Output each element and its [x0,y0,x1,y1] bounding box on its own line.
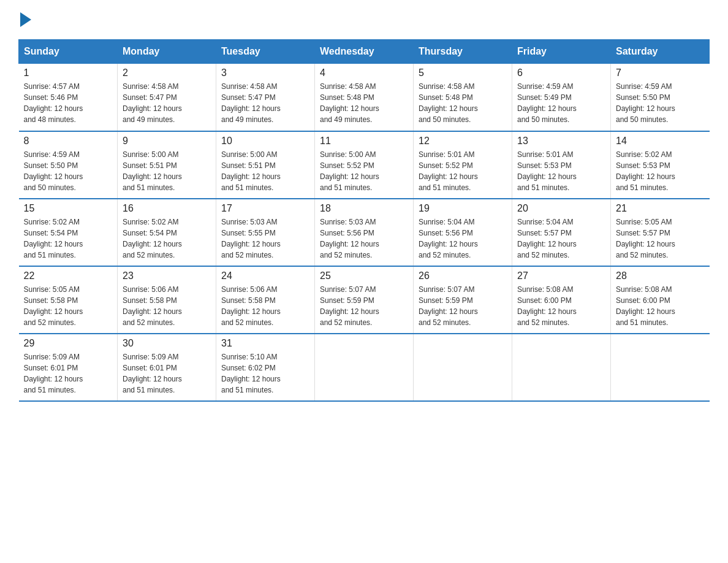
day-info: Sunrise: 5:00 AM Sunset: 5:51 PM Dayligh… [123,149,211,193]
day-number: 15 [24,203,113,214]
day-info: Sunrise: 5:08 AM Sunset: 6:00 PM Dayligh… [616,284,705,328]
calendar-cell: 29 Sunrise: 5:09 AM Sunset: 6:01 PM Dayl… [19,334,118,401]
calendar-cell: 5 Sunrise: 4:58 AM Sunset: 5:48 PM Dayli… [414,64,512,131]
day-number: 24 [221,270,309,282]
day-info: Sunrise: 5:05 AM Sunset: 5:58 PM Dayligh… [24,284,113,328]
header-monday: Monday [118,40,216,64]
logo [18,12,33,27]
logo-triangle-icon [20,12,31,27]
day-number: 29 [24,338,113,349]
calendar-cell [611,334,710,401]
day-info: Sunrise: 5:02 AM Sunset: 5:54 PM Dayligh… [24,216,113,261]
day-info: Sunrise: 5:01 AM Sunset: 5:53 PM Dayligh… [517,149,605,193]
calendar-cell: 19 Sunrise: 5:04 AM Sunset: 5:56 PM Dayl… [414,199,512,266]
header-sunday: Sunday [19,40,118,64]
day-info: Sunrise: 5:00 AM Sunset: 5:52 PM Dayligh… [320,149,408,193]
header-wednesday: Wednesday [315,40,414,64]
calendar-cell: 20 Sunrise: 5:04 AM Sunset: 5:57 PM Dayl… [512,199,611,266]
calendar-cell: 18 Sunrise: 5:03 AM Sunset: 5:56 PM Dayl… [315,199,414,266]
calendar-cell [414,334,512,401]
week-row-3: 15 Sunrise: 5:02 AM Sunset: 5:54 PM Dayl… [19,199,710,266]
day-number: 5 [419,67,507,79]
calendar-cell: 13 Sunrise: 5:01 AM Sunset: 5:53 PM Dayl… [512,131,611,199]
header-friday: Friday [512,40,611,64]
calendar-cell: 1 Sunrise: 4:57 AM Sunset: 5:46 PM Dayli… [19,64,118,131]
day-number: 7 [616,67,705,79]
day-number: 27 [517,270,605,282]
week-row-4: 22 Sunrise: 5:05 AM Sunset: 5:58 PM Dayl… [19,266,710,334]
day-number: 17 [221,203,309,214]
calendar-cell: 31 Sunrise: 5:10 AM Sunset: 6:02 PM Dayl… [216,334,315,401]
calendar-cell: 11 Sunrise: 5:00 AM Sunset: 5:52 PM Dayl… [315,131,414,199]
day-info: Sunrise: 5:02 AM Sunset: 5:54 PM Dayligh… [123,216,211,261]
day-info: Sunrise: 5:05 AM Sunset: 5:57 PM Dayligh… [616,216,705,261]
day-info: Sunrise: 5:06 AM Sunset: 5:58 PM Dayligh… [221,284,309,328]
calendar-cell [315,334,414,401]
day-info: Sunrise: 5:09 AM Sunset: 6:01 PM Dayligh… [123,351,211,396]
calendar-cell: 8 Sunrise: 4:59 AM Sunset: 5:50 PM Dayli… [19,131,118,199]
header-tuesday: Tuesday [216,40,315,64]
week-row-1: 1 Sunrise: 4:57 AM Sunset: 5:46 PM Dayli… [19,64,710,131]
day-number: 9 [123,136,211,147]
day-info: Sunrise: 4:58 AM Sunset: 5:47 PM Dayligh… [123,81,211,125]
day-number: 14 [616,136,705,147]
day-info: Sunrise: 5:02 AM Sunset: 5:53 PM Dayligh… [616,149,705,193]
day-number: 25 [320,270,408,282]
calendar-cell: 26 Sunrise: 5:07 AM Sunset: 5:59 PM Dayl… [414,266,512,334]
week-row-2: 8 Sunrise: 4:59 AM Sunset: 5:50 PM Dayli… [19,131,710,199]
day-info: Sunrise: 5:06 AM Sunset: 5:58 PM Dayligh… [123,284,211,328]
header-saturday: Saturday [611,40,710,64]
day-info: Sunrise: 4:58 AM Sunset: 5:47 PM Dayligh… [221,81,309,125]
calendar-cell: 2 Sunrise: 4:58 AM Sunset: 5:47 PM Dayli… [118,64,216,131]
calendar-cell: 16 Sunrise: 5:02 AM Sunset: 5:54 PM Dayl… [118,199,216,266]
day-number: 12 [419,136,507,147]
calendar-cell: 22 Sunrise: 5:05 AM Sunset: 5:58 PM Dayl… [19,266,118,334]
header-thursday: Thursday [414,40,512,64]
day-info: Sunrise: 5:03 AM Sunset: 5:55 PM Dayligh… [221,216,309,261]
calendar-cell [512,334,611,401]
calendar-cell: 25 Sunrise: 5:07 AM Sunset: 5:59 PM Dayl… [315,266,414,334]
day-number: 4 [320,67,408,79]
calendar-cell: 4 Sunrise: 4:58 AM Sunset: 5:48 PM Dayli… [315,64,414,131]
day-info: Sunrise: 4:59 AM Sunset: 5:50 PM Dayligh… [616,81,705,125]
day-info: Sunrise: 4:59 AM Sunset: 5:49 PM Dayligh… [517,81,605,125]
calendar-cell: 27 Sunrise: 5:08 AM Sunset: 6:00 PM Dayl… [512,266,611,334]
day-number: 18 [320,203,408,214]
calendar-cell: 6 Sunrise: 4:59 AM Sunset: 5:49 PM Dayli… [512,64,611,131]
calendar-cell: 17 Sunrise: 5:03 AM Sunset: 5:55 PM Dayl… [216,199,315,266]
day-info: Sunrise: 5:07 AM Sunset: 5:59 PM Dayligh… [419,284,507,328]
calendar-cell: 15 Sunrise: 5:02 AM Sunset: 5:54 PM Dayl… [19,199,118,266]
day-number: 2 [123,67,211,79]
day-info: Sunrise: 5:09 AM Sunset: 6:01 PM Dayligh… [24,351,113,396]
calendar-cell: 10 Sunrise: 5:00 AM Sunset: 5:51 PM Dayl… [216,131,315,199]
day-number: 23 [123,270,211,282]
day-number: 10 [221,136,309,147]
calendar-cell: 28 Sunrise: 5:08 AM Sunset: 6:00 PM Dayl… [611,266,710,334]
day-number: 22 [24,270,113,282]
day-info: Sunrise: 5:07 AM Sunset: 5:59 PM Dayligh… [320,284,408,328]
day-info: Sunrise: 5:04 AM Sunset: 5:56 PM Dayligh… [419,216,507,261]
day-number: 11 [320,136,408,147]
day-number: 21 [616,203,705,214]
day-info: Sunrise: 5:04 AM Sunset: 5:57 PM Dayligh… [517,216,605,261]
day-number: 31 [221,338,309,349]
calendar-cell: 21 Sunrise: 5:05 AM Sunset: 5:57 PM Dayl… [611,199,710,266]
day-number: 16 [123,203,211,214]
day-info: Sunrise: 4:59 AM Sunset: 5:50 PM Dayligh… [24,149,113,193]
day-info: Sunrise: 5:00 AM Sunset: 5:51 PM Dayligh… [221,149,309,193]
calendar-cell: 12 Sunrise: 5:01 AM Sunset: 5:52 PM Dayl… [414,131,512,199]
day-number: 28 [616,270,705,282]
day-info: Sunrise: 5:03 AM Sunset: 5:56 PM Dayligh… [320,216,408,261]
calendar-header-row: SundayMondayTuesdayWednesdayThursdayFrid… [19,40,710,64]
calendar-table: SundayMondayTuesdayWednesdayThursdayFrid… [18,39,710,402]
day-info: Sunrise: 5:08 AM Sunset: 6:00 PM Dayligh… [517,284,605,328]
day-info: Sunrise: 4:58 AM Sunset: 5:48 PM Dayligh… [320,81,408,125]
calendar-cell: 14 Sunrise: 5:02 AM Sunset: 5:53 PM Dayl… [611,131,710,199]
day-number: 6 [517,67,605,79]
page-header [18,12,710,27]
calendar-cell: 7 Sunrise: 4:59 AM Sunset: 5:50 PM Dayli… [611,64,710,131]
day-info: Sunrise: 4:58 AM Sunset: 5:48 PM Dayligh… [419,81,507,125]
calendar-cell: 24 Sunrise: 5:06 AM Sunset: 5:58 PM Dayl… [216,266,315,334]
calendar-cell: 3 Sunrise: 4:58 AM Sunset: 5:47 PM Dayli… [216,64,315,131]
day-number: 30 [123,338,211,349]
